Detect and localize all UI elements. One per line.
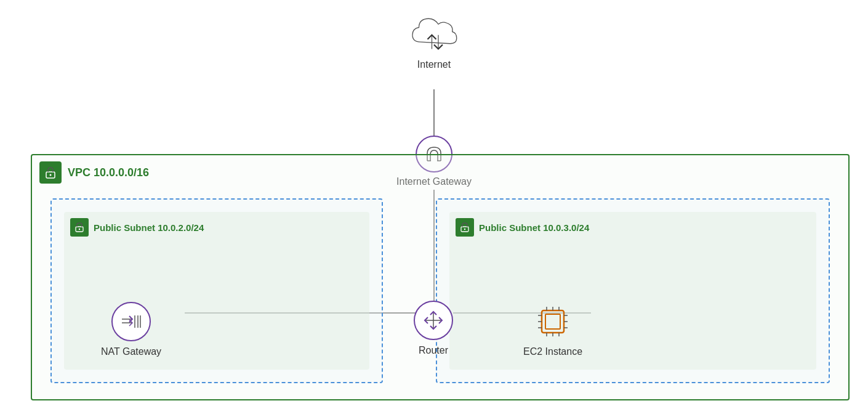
router-icon <box>414 301 453 340</box>
subnet-right-inner: Public Subnet 10.0.3.0/24 <box>449 212 816 370</box>
subnet-right-lock-icon <box>459 222 470 233</box>
subnet-right-header: Public Subnet 10.0.3.0/24 <box>456 218 589 237</box>
nat-icon <box>111 302 151 341</box>
subnet-left-header: Public Subnet 10.0.2.0/24 <box>70 218 204 237</box>
router-svg <box>421 308 446 333</box>
svg-point-18 <box>464 229 465 230</box>
subnet-left-lock-icon <box>74 222 85 233</box>
ec2-label: EC2 Instance <box>523 346 582 357</box>
router-label: Router <box>419 345 448 356</box>
vpc-box: VPC 10.0.0.0/16 Public Subnet 10.0.2.0/2… <box>31 154 850 400</box>
subnet-left-inner: Public Subnet 10.0.2.0/24 <box>64 212 369 370</box>
internet-label: Internet <box>417 59 451 70</box>
router-node: Router <box>414 301 453 356</box>
subnet-right-box: Public Subnet 10.0.3.0/24 <box>436 198 830 383</box>
svg-rect-20 <box>545 314 560 329</box>
svg-point-9 <box>50 174 52 176</box>
internet-node: Internet <box>406 12 462 70</box>
vpc-title: VPC 10.0.0.0/16 <box>68 166 149 179</box>
ec2-node: EC2 Instance <box>523 302 582 357</box>
vpc-lock-icon <box>44 166 57 179</box>
svg-point-11 <box>79 229 80 230</box>
ec2-icon <box>533 302 573 341</box>
nat-node: NAT Gateway <box>101 302 161 357</box>
subnet-left-title: Public Subnet 10.0.2.0/24 <box>94 222 204 233</box>
cloud-icon <box>406 12 462 55</box>
vpc-icon-box <box>39 161 62 184</box>
subnet-left-icon <box>70 218 89 237</box>
subnet-right-icon <box>456 218 474 237</box>
diagram-container: Internet Internet Gateway <box>0 0 868 414</box>
nat-svg <box>119 309 143 334</box>
vpc-label-area: VPC 10.0.0.0/16 <box>39 161 149 184</box>
subnet-left-box: Public Subnet 10.0.2.0/24 <box>50 198 383 383</box>
nat-label: NAT Gateway <box>101 346 161 357</box>
subnet-right-title: Public Subnet 10.0.3.0/24 <box>479 222 589 233</box>
